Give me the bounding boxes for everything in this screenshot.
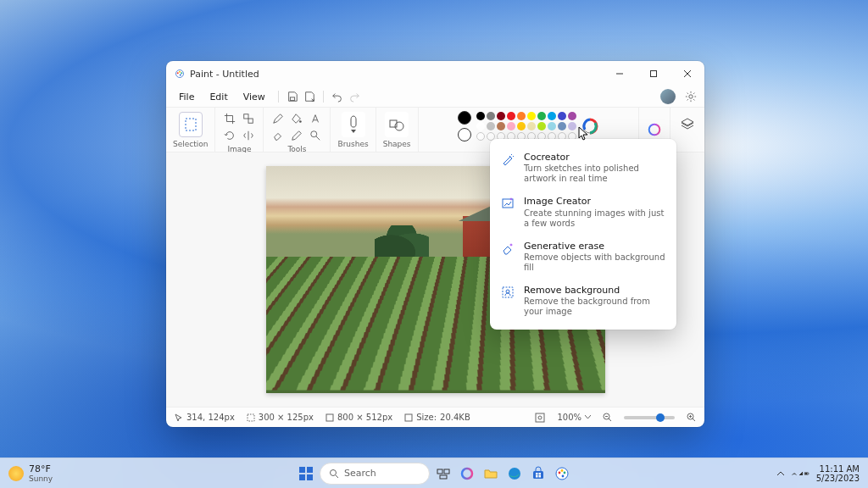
crop-icon[interactable]: [222, 111, 237, 126]
color-swatch[interactable]: [558, 122, 566, 130]
color-swatch[interactable]: [548, 122, 556, 130]
paint-taskbar-icon[interactable]: [552, 463, 572, 484]
svg-rect-21: [248, 414, 254, 421]
selection-tool[interactable]: [179, 112, 203, 137]
rotate-icon[interactable]: [222, 128, 237, 143]
group-tools: Tools: [264, 108, 331, 152]
svg-point-14: [300, 120, 303, 123]
color-swatch-empty[interactable]: [476, 132, 485, 141]
color-picker-icon[interactable]: [289, 128, 304, 143]
copilot-item-3[interactable]: Remove backgroundRemove the background f…: [490, 279, 676, 323]
clock-time: 11:11 AM: [816, 464, 860, 474]
group-selection-label: Selection: [173, 140, 208, 148]
svg-point-40: [331, 469, 337, 475]
eraser-icon[interactable]: [270, 128, 286, 143]
svg-point-53: [559, 471, 561, 474]
svg-line-30: [693, 419, 695, 421]
svg-rect-51: [539, 475, 542, 478]
svg-point-15: [311, 131, 317, 137]
zoom-in-icon[interactable]: [687, 413, 696, 422]
svg-rect-43: [444, 469, 449, 474]
color-swatch[interactable]: [497, 122, 505, 130]
taskbar-search[interactable]: Search: [320, 463, 430, 485]
color-swatch[interactable]: [487, 122, 495, 130]
color-palette[interactable]: [476, 112, 576, 141]
copilot-item-0[interactable]: CocreatorTurn sketches into polished art…: [490, 146, 676, 190]
fill-icon[interactable]: [289, 111, 304, 126]
color-swatch[interactable]: [476, 122, 485, 130]
taskbar[interactable]: 78°F Sunny Search 11:11 AM 5/23/2023: [0, 458, 868, 488]
layers-icon[interactable]: [677, 114, 698, 135]
maximize-button[interactable]: [637, 61, 670, 86]
titlebar[interactable]: Paint - Untitled: [166, 61, 704, 86]
color-swatch[interactable]: [517, 122, 526, 130]
group-brushes: Brushes: [331, 108, 376, 152]
svg-rect-49: [539, 473, 542, 475]
svg-rect-36: [299, 467, 305, 473]
tray-chevron-icon[interactable]: [777, 470, 784, 477]
copilot-taskbar-icon[interactable]: [457, 463, 477, 484]
edge-icon[interactable]: [504, 463, 525, 484]
account-avatar[interactable]: [660, 89, 676, 104]
copilot-item-title: Generative erase: [524, 241, 666, 252]
menu-edit[interactable]: Edit: [203, 90, 233, 104]
copilot-item-desc: Remove the background from your image: [524, 297, 666, 317]
zoom-out-icon[interactable]: [603, 413, 612, 422]
color-swatch[interactable]: [537, 112, 546, 120]
zoom-slider[interactable]: [624, 416, 675, 419]
paint-app-icon: [175, 69, 185, 79]
color-swatch[interactable]: [548, 112, 556, 120]
menu-file[interactable]: File: [173, 90, 200, 104]
redo-icon[interactable]: [348, 90, 361, 103]
explorer-icon[interactable]: [481, 463, 501, 484]
menu-view[interactable]: View: [237, 90, 271, 104]
pencil-icon[interactable]: [270, 111, 286, 126]
save-as-icon[interactable]: [303, 90, 316, 103]
color-swatch[interactable]: [558, 112, 566, 120]
fit-to-window-icon[interactable]: [535, 413, 545, 423]
brushes-button[interactable]: [342, 112, 365, 137]
shapes-button[interactable]: [385, 112, 409, 137]
copilot-item-desc: Create stunning images with just a few w…: [524, 208, 666, 229]
resize-icon[interactable]: [241, 111, 256, 126]
undo-icon[interactable]: [331, 90, 344, 103]
flip-icon[interactable]: [241, 128, 256, 143]
color-swatch[interactable]: [507, 112, 515, 120]
minimize-button[interactable]: [603, 61, 637, 86]
svg-point-3: [181, 72, 182, 74]
taskbar-weather[interactable]: 78°F Sunny: [8, 463, 53, 483]
color-swatch[interactable]: [568, 122, 576, 130]
color-swatch[interactable]: [487, 112, 495, 120]
system-tray[interactable]: 11:11 AM 5/23/2023: [777, 464, 860, 483]
copilot-item-2[interactable]: Generative eraseRemove objects with back…: [490, 235, 676, 279]
group-shapes-label: Shapes: [383, 140, 411, 148]
save-icon[interactable]: [286, 90, 299, 103]
store-icon[interactable]: [528, 463, 548, 484]
color-swatch[interactable]: [537, 122, 546, 130]
magnifier-icon[interactable]: [308, 128, 323, 143]
tray-status-icons[interactable]: [791, 469, 810, 479]
svg-rect-37: [307, 467, 313, 473]
settings-icon[interactable]: [684, 90, 698, 103]
weather-cond: Sunny: [29, 474, 53, 483]
color-swatch[interactable]: [476, 112, 485, 120]
copilot-item-desc: Remove objects with background fill: [524, 252, 666, 273]
copilot-item-1[interactable]: Image CreatorCreate stunning images with…: [490, 190, 676, 234]
color-swatch[interactable]: [507, 122, 515, 130]
close-button[interactable]: [670, 61, 704, 86]
eraser-spark-icon: [500, 241, 515, 256]
color-swatch[interactable]: [568, 112, 576, 120]
start-button[interactable]: [296, 463, 316, 484]
task-view-icon[interactable]: [433, 463, 453, 484]
text-icon[interactable]: [308, 111, 323, 126]
secondary-color[interactable]: [458, 128, 471, 141]
wand-icon: [500, 152, 515, 167]
svg-rect-44: [440, 475, 447, 479]
zoom-value[interactable]: 100%: [557, 413, 591, 422]
color-swatch[interactable]: [497, 112, 505, 120]
primary-color[interactable]: [458, 111, 471, 125]
color-swatch[interactable]: [527, 122, 536, 130]
color-swatch[interactable]: [517, 112, 526, 120]
color-swatch[interactable]: [527, 112, 536, 120]
copilot-item-title: Cocreator: [524, 152, 666, 164]
